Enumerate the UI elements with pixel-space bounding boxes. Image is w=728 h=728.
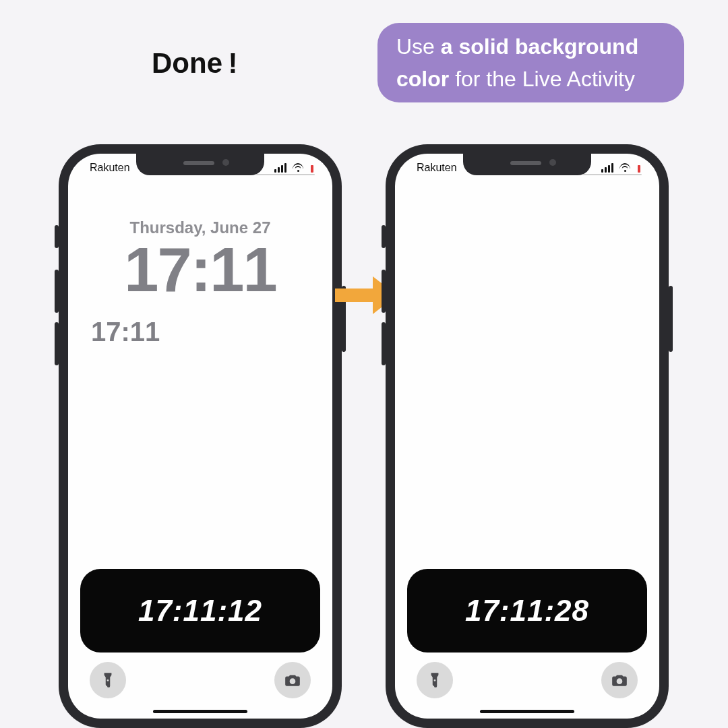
status-underline (582, 174, 642, 175)
lock-screen: Rakuten 17:11:28 (395, 154, 659, 719)
battery-low-icon (309, 163, 315, 173)
cell-signal-icon (274, 163, 286, 173)
side-button-silence (382, 225, 386, 248)
tip-callout: Use a solid background color for the Liv… (377, 23, 684, 102)
lockscreen-time: 17:11 (68, 235, 332, 305)
carrier-label: Rakuten (90, 162, 130, 174)
live-activity-card[interactable]: 17:11:12 (80, 569, 320, 653)
lockscreen-time-widget: 17:11 (91, 317, 160, 347)
live-activity-time: 17:11:12 (138, 594, 262, 628)
status-underline (255, 174, 315, 175)
side-button-power (669, 286, 673, 352)
phone-before: Rakuten Thursday, June 27 17:11 17:11 17… (59, 144, 342, 728)
side-button-volume-down (55, 322, 59, 365)
camera-icon (284, 671, 301, 689)
lock-screen: Rakuten Thursday, June 27 17:11 17:11 17… (68, 154, 332, 719)
side-button-volume-up (382, 270, 386, 313)
flashlight-button[interactable] (417, 662, 453, 698)
live-activity-card[interactable]: 17:11:28 (407, 569, 647, 653)
camera-icon (611, 671, 628, 689)
home-indicator[interactable] (153, 710, 247, 713)
done-heading: Done ! (152, 47, 237, 80)
cell-signal-icon (601, 163, 613, 173)
flashlight-icon (99, 671, 117, 689)
tip-suffix: for the Live Activity (449, 67, 635, 91)
battery-low-icon (636, 163, 642, 173)
carrier-label: Rakuten (417, 162, 457, 174)
side-button-volume-up (55, 270, 59, 313)
phone-after: Rakuten 17:11:28 (386, 144, 669, 728)
live-activity-time: 17:11:28 (465, 594, 589, 628)
wifi-icon (292, 163, 304, 173)
home-indicator[interactable] (480, 710, 574, 713)
side-button-volume-down (382, 322, 386, 365)
tip-prefix: Use (396, 34, 441, 59)
camera-button[interactable] (601, 662, 638, 698)
wifi-icon (619, 163, 631, 173)
flashlight-icon (426, 671, 444, 689)
camera-button[interactable] (274, 662, 311, 698)
flashlight-button[interactable] (90, 662, 126, 698)
side-button-silence (55, 225, 59, 248)
